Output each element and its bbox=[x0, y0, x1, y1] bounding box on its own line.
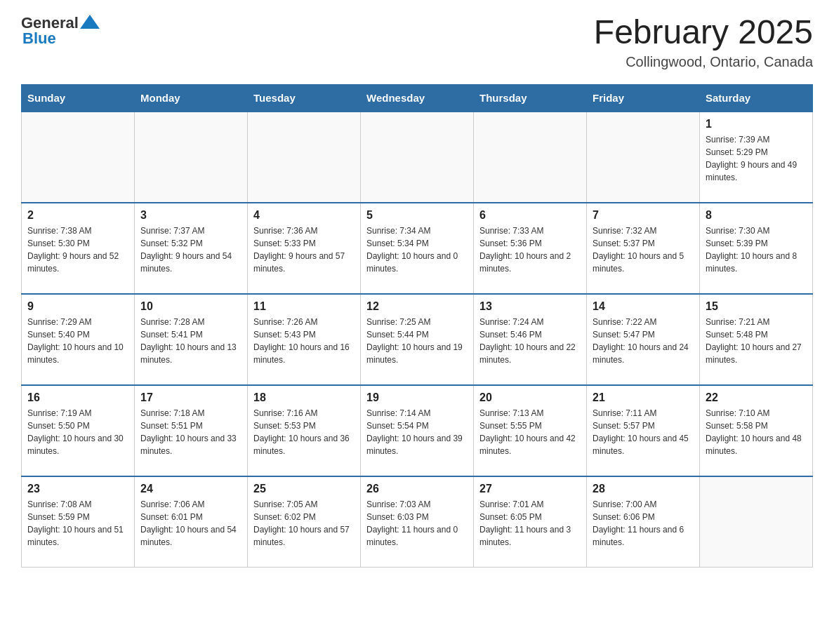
calendar-body: 1Sunrise: 7:39 AM Sunset: 5:29 PM Daylig… bbox=[22, 112, 813, 568]
day-info: Sunrise: 7:18 AM Sunset: 5:51 PM Dayligh… bbox=[140, 407, 241, 457]
day-info: Sunrise: 7:01 AM Sunset: 6:05 PM Dayligh… bbox=[479, 498, 581, 549]
calendar-cell: 13Sunrise: 7:24 AM Sunset: 5:46 PM Dayli… bbox=[474, 294, 587, 385]
calendar-cell: 23Sunrise: 7:08 AM Sunset: 5:59 PM Dayli… bbox=[22, 476, 135, 568]
day-info: Sunrise: 7:33 AM Sunset: 5:36 PM Dayligh… bbox=[479, 224, 581, 275]
day-number: 26 bbox=[366, 483, 468, 495]
calendar-week-5: 23Sunrise: 7:08 AM Sunset: 5:59 PM Dayli… bbox=[22, 476, 813, 568]
calendar-week-3: 9Sunrise: 7:29 AM Sunset: 5:40 PM Daylig… bbox=[22, 294, 813, 385]
header-cell-saturday: Saturday bbox=[700, 84, 813, 112]
calendar-cell bbox=[700, 476, 813, 568]
day-info: Sunrise: 7:30 AM Sunset: 5:39 PM Dayligh… bbox=[706, 224, 807, 275]
day-number: 24 bbox=[140, 483, 241, 495]
day-number: 18 bbox=[253, 391, 355, 404]
calendar-table: SundayMondayTuesdayWednesdayThursdayFrid… bbox=[21, 84, 813, 568]
calendar-cell: 5Sunrise: 7:34 AM Sunset: 5:34 PM Daylig… bbox=[361, 203, 474, 294]
day-number: 20 bbox=[479, 391, 581, 404]
svg-marker-0 bbox=[80, 15, 100, 29]
calendar-cell bbox=[587, 112, 700, 203]
day-number: 13 bbox=[479, 300, 581, 313]
day-number: 25 bbox=[253, 483, 355, 495]
day-info: Sunrise: 7:29 AM Sunset: 5:40 PM Dayligh… bbox=[27, 316, 128, 366]
header-cell-wednesday: Wednesday bbox=[361, 84, 474, 112]
calendar-cell: 17Sunrise: 7:18 AM Sunset: 5:51 PM Dayli… bbox=[135, 385, 248, 476]
day-number: 19 bbox=[366, 391, 468, 404]
day-number: 16 bbox=[27, 391, 128, 404]
header-cell-tuesday: Tuesday bbox=[248, 84, 361, 112]
header-row: SundayMondayTuesdayWednesdayThursdayFrid… bbox=[22, 84, 813, 112]
calendar-cell: 20Sunrise: 7:13 AM Sunset: 5:55 PM Dayli… bbox=[474, 385, 587, 476]
calendar-header: SundayMondayTuesdayWednesdayThursdayFrid… bbox=[22, 84, 813, 112]
page-header: General Blue February 2025 Collingwood, … bbox=[21, 14, 813, 70]
day-info: Sunrise: 7:38 AM Sunset: 5:30 PM Dayligh… bbox=[27, 224, 128, 275]
calendar-cell: 6Sunrise: 7:33 AM Sunset: 5:36 PM Daylig… bbox=[474, 203, 587, 294]
day-number: 1 bbox=[706, 118, 807, 130]
day-info: Sunrise: 7:37 AM Sunset: 5:32 PM Dayligh… bbox=[140, 224, 241, 275]
day-info: Sunrise: 7:36 AM Sunset: 5:33 PM Dayligh… bbox=[253, 224, 355, 275]
calendar-cell: 28Sunrise: 7:00 AM Sunset: 6:06 PM Dayli… bbox=[587, 476, 700, 568]
calendar-cell: 26Sunrise: 7:03 AM Sunset: 6:03 PM Dayli… bbox=[361, 476, 474, 568]
header-cell-thursday: Thursday bbox=[474, 84, 587, 112]
calendar-cell: 16Sunrise: 7:19 AM Sunset: 5:50 PM Dayli… bbox=[22, 385, 135, 476]
calendar-week-2: 2Sunrise: 7:38 AM Sunset: 5:30 PM Daylig… bbox=[22, 203, 813, 294]
logo-blue-text: Blue bbox=[22, 29, 56, 48]
day-number: 22 bbox=[706, 391, 807, 404]
day-info: Sunrise: 7:00 AM Sunset: 6:06 PM Dayligh… bbox=[593, 498, 694, 549]
day-info: Sunrise: 7:24 AM Sunset: 5:46 PM Dayligh… bbox=[479, 316, 581, 366]
calendar-cell: 2Sunrise: 7:38 AM Sunset: 5:30 PM Daylig… bbox=[22, 203, 135, 294]
day-number: 4 bbox=[253, 209, 355, 222]
location-title: Collingwood, Ontario, Canada bbox=[594, 54, 813, 70]
calendar-cell: 19Sunrise: 7:14 AM Sunset: 5:54 PM Dayli… bbox=[361, 385, 474, 476]
day-info: Sunrise: 7:34 AM Sunset: 5:34 PM Dayligh… bbox=[366, 224, 468, 275]
day-info: Sunrise: 7:26 AM Sunset: 5:43 PM Dayligh… bbox=[253, 316, 355, 366]
day-number: 7 bbox=[593, 209, 694, 222]
calendar-cell bbox=[361, 112, 474, 203]
title-area: February 2025 Collingwood, Ontario, Cana… bbox=[594, 14, 813, 70]
day-number: 14 bbox=[593, 300, 694, 313]
calendar-cell: 22Sunrise: 7:10 AM Sunset: 5:58 PM Dayli… bbox=[700, 385, 813, 476]
calendar-cell: 3Sunrise: 7:37 AM Sunset: 5:32 PM Daylig… bbox=[135, 203, 248, 294]
calendar-cell: 24Sunrise: 7:06 AM Sunset: 6:01 PM Dayli… bbox=[135, 476, 248, 568]
day-number: 27 bbox=[479, 483, 581, 495]
calendar-cell: 12Sunrise: 7:25 AM Sunset: 5:44 PM Dayli… bbox=[361, 294, 474, 385]
calendar-cell: 11Sunrise: 7:26 AM Sunset: 5:43 PM Dayli… bbox=[248, 294, 361, 385]
calendar-cell: 14Sunrise: 7:22 AM Sunset: 5:47 PM Dayli… bbox=[587, 294, 700, 385]
calendar-cell: 10Sunrise: 7:28 AM Sunset: 5:41 PM Dayli… bbox=[135, 294, 248, 385]
day-number: 8 bbox=[706, 209, 807, 222]
day-number: 15 bbox=[706, 300, 807, 313]
header-cell-sunday: Sunday bbox=[22, 84, 135, 112]
logo-triangle-icon bbox=[80, 15, 100, 30]
calendar-cell: 18Sunrise: 7:16 AM Sunset: 5:53 PM Dayli… bbox=[248, 385, 361, 476]
day-number: 6 bbox=[479, 209, 581, 222]
header-cell-friday: Friday bbox=[587, 84, 700, 112]
day-info: Sunrise: 7:16 AM Sunset: 5:53 PM Dayligh… bbox=[253, 407, 355, 457]
day-info: Sunrise: 7:08 AM Sunset: 5:59 PM Dayligh… bbox=[27, 498, 128, 549]
calendar-cell: 1Sunrise: 7:39 AM Sunset: 5:29 PM Daylig… bbox=[700, 112, 813, 203]
calendar-cell: 27Sunrise: 7:01 AM Sunset: 6:05 PM Dayli… bbox=[474, 476, 587, 568]
day-number: 11 bbox=[253, 300, 355, 313]
day-number: 5 bbox=[366, 209, 468, 222]
calendar-cell: 4Sunrise: 7:36 AM Sunset: 5:33 PM Daylig… bbox=[248, 203, 361, 294]
day-info: Sunrise: 7:21 AM Sunset: 5:48 PM Dayligh… bbox=[706, 316, 807, 366]
day-info: Sunrise: 7:32 AM Sunset: 5:37 PM Dayligh… bbox=[593, 224, 694, 275]
calendar-cell bbox=[248, 112, 361, 203]
calendar-cell: 25Sunrise: 7:05 AM Sunset: 6:02 PM Dayli… bbox=[248, 476, 361, 568]
day-info: Sunrise: 7:03 AM Sunset: 6:03 PM Dayligh… bbox=[366, 498, 468, 549]
day-info: Sunrise: 7:05 AM Sunset: 6:02 PM Dayligh… bbox=[253, 498, 355, 549]
calendar-cell bbox=[22, 112, 135, 203]
header-cell-monday: Monday bbox=[135, 84, 248, 112]
calendar-week-1: 1Sunrise: 7:39 AM Sunset: 5:29 PM Daylig… bbox=[22, 112, 813, 203]
day-number: 2 bbox=[27, 209, 128, 222]
day-info: Sunrise: 7:14 AM Sunset: 5:54 PM Dayligh… bbox=[366, 407, 468, 457]
month-title: February 2025 bbox=[594, 14, 813, 51]
calendar-cell bbox=[135, 112, 248, 203]
day-number: 23 bbox=[27, 483, 128, 495]
calendar-cell bbox=[474, 112, 587, 203]
day-info: Sunrise: 7:39 AM Sunset: 5:29 PM Dayligh… bbox=[706, 133, 807, 184]
day-info: Sunrise: 7:28 AM Sunset: 5:41 PM Dayligh… bbox=[140, 316, 241, 366]
day-info: Sunrise: 7:11 AM Sunset: 5:57 PM Dayligh… bbox=[593, 407, 694, 457]
day-info: Sunrise: 7:25 AM Sunset: 5:44 PM Dayligh… bbox=[366, 316, 468, 366]
day-info: Sunrise: 7:13 AM Sunset: 5:55 PM Dayligh… bbox=[479, 407, 581, 457]
logo: General Blue bbox=[21, 14, 100, 48]
calendar-cell: 9Sunrise: 7:29 AM Sunset: 5:40 PM Daylig… bbox=[22, 294, 135, 385]
calendar-cell: 8Sunrise: 7:30 AM Sunset: 5:39 PM Daylig… bbox=[700, 203, 813, 294]
